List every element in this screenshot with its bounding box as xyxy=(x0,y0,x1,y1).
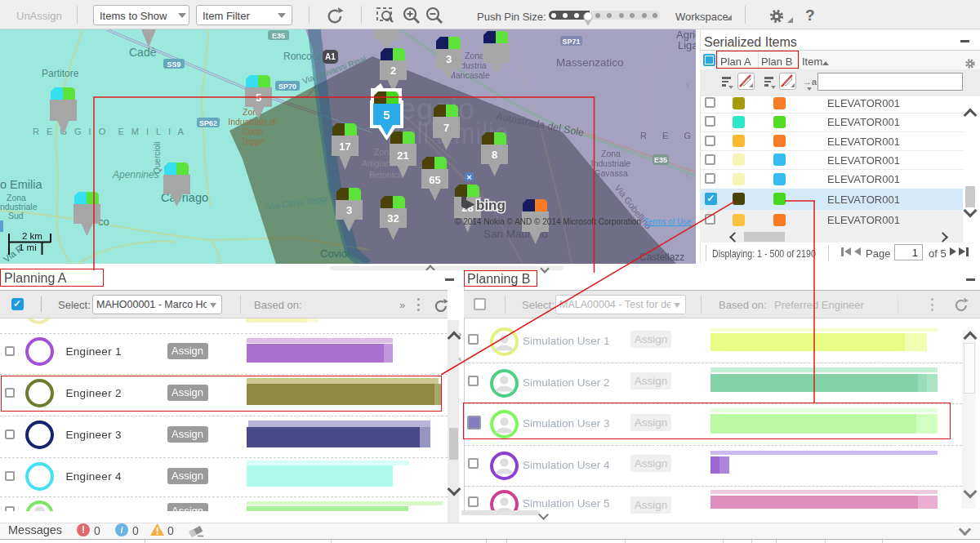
svg-text:Castellazz: Castellazz xyxy=(639,251,684,263)
svg-text:Tegge: Tegge xyxy=(241,136,265,146)
svg-text:E35: E35 xyxy=(272,32,285,40)
svg-text:Industriale di: Industriale di xyxy=(228,117,277,127)
svg-text:7: 7 xyxy=(443,122,449,134)
svg-text:8: 8 xyxy=(492,149,497,161)
svg-text:3: 3 xyxy=(346,204,352,216)
svg-text:Mancasale: Mancasale xyxy=(448,70,490,80)
svg-text:3: 3 xyxy=(446,53,452,65)
svg-text:Industriale: Industriale xyxy=(591,158,631,168)
svg-text:Quercioli: Quercioli xyxy=(153,142,162,174)
svg-text:Sud: Sud xyxy=(8,211,24,220)
svg-text:5: 5 xyxy=(383,108,390,122)
svg-text:1 mi: 1 mi xyxy=(19,243,37,252)
svg-text:SS9: SS9 xyxy=(167,60,180,69)
svg-text:65: 65 xyxy=(429,174,440,186)
svg-text:SP71: SP71 xyxy=(562,38,580,46)
svg-text:Partitore: Partitore xyxy=(42,68,79,79)
svg-text:R E G G I O E M I L I A: R E G G I O E M I L I A xyxy=(33,127,186,136)
svg-text:2 km: 2 km xyxy=(22,231,42,241)
svg-text:o Emilia: o Emilia xyxy=(0,178,43,191)
svg-text:Terms of Use: Terms of Use xyxy=(644,216,692,226)
svg-text:Cadè: Cadè xyxy=(129,46,157,59)
svg-text:SP70: SP70 xyxy=(278,82,296,91)
svg-text:21: 21 xyxy=(397,149,408,162)
svg-text:5: 5 xyxy=(256,91,261,104)
svg-text:Zona: Zona xyxy=(601,149,621,158)
svg-text:Ligab: Ligab xyxy=(678,39,696,51)
svg-text:Zona: Zona xyxy=(465,51,484,60)
svg-text:Gavassa: Gavassa xyxy=(594,168,628,178)
svg-text:bing: bing xyxy=(476,198,506,213)
svg-text:Corte: Corte xyxy=(242,127,263,136)
svg-text:2: 2 xyxy=(390,65,396,77)
svg-text:SP62: SP62 xyxy=(199,119,217,127)
svg-text:Betonica: Betonica xyxy=(369,170,403,180)
svg-text:E35: E35 xyxy=(654,156,667,164)
svg-text:17: 17 xyxy=(339,140,350,153)
svg-text:✕: ✕ xyxy=(466,174,472,181)
svg-text:R E G G: R E G G xyxy=(640,131,696,140)
svg-text:Massenzatico: Massenzatico xyxy=(556,56,624,69)
svg-text:Coviolo: Coviolo xyxy=(320,247,355,260)
svg-text:32: 32 xyxy=(387,212,399,225)
svg-text:© 2014 Nokia © AND © 2014 Micr: © 2014 Nokia © AND © 2014 Microsoft Corp… xyxy=(455,216,641,226)
svg-text:Roncocesi: Roncocesi xyxy=(283,51,329,62)
svg-text:A1: A1 xyxy=(325,52,336,61)
